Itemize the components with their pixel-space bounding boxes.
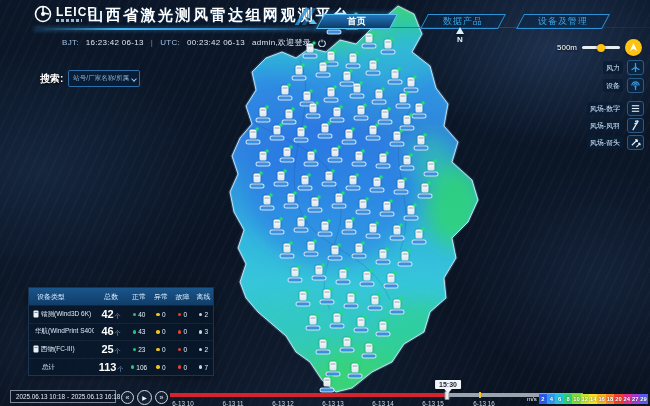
device-layer-button[interactable] xyxy=(627,78,644,93)
station-marker[interactable] xyxy=(368,296,383,311)
station-marker[interactable] xyxy=(318,222,333,237)
wind-layer-button[interactable] xyxy=(627,60,644,75)
station-marker[interactable] xyxy=(274,172,289,187)
station-marker[interactable] xyxy=(354,106,369,121)
station-marker[interactable] xyxy=(384,274,399,289)
station-marker[interactable] xyxy=(400,156,415,171)
barbs-mode-button[interactable] xyxy=(627,118,644,133)
station-marker[interactable] xyxy=(404,206,419,221)
station-marker[interactable] xyxy=(390,300,405,315)
station-marker[interactable] xyxy=(350,84,365,99)
station-marker[interactable] xyxy=(354,318,369,333)
station-marker[interactable] xyxy=(278,86,293,101)
station-marker[interactable] xyxy=(288,268,303,283)
search-input[interactable]: 站号/厂家名称/所属市县 xyxy=(68,70,140,87)
station-marker[interactable] xyxy=(396,94,411,109)
station-marker[interactable] xyxy=(376,154,391,169)
station-marker[interactable] xyxy=(256,108,271,123)
station-marker[interactable] xyxy=(312,266,327,281)
station-marker[interactable] xyxy=(260,196,275,211)
station-marker[interactable] xyxy=(390,226,405,241)
station-marker[interactable] xyxy=(398,252,413,267)
station-marker[interactable] xyxy=(318,124,333,139)
station-marker[interactable] xyxy=(304,152,319,167)
station-marker[interactable] xyxy=(348,364,363,379)
table-row[interactable]: 西物(FC-III) 25个 23 0 0 2 xyxy=(29,340,213,358)
station-marker[interactable] xyxy=(414,136,429,151)
numbers-mode-button[interactable] xyxy=(627,101,644,116)
station-marker[interactable] xyxy=(412,230,427,245)
station-marker[interactable] xyxy=(246,130,261,145)
station-marker[interactable] xyxy=(352,152,367,167)
station-marker[interactable] xyxy=(320,290,335,305)
station-marker[interactable] xyxy=(362,344,377,359)
table-row[interactable]: 华航(WindPrint S4000) 46个 43 0 0 3 xyxy=(29,323,213,341)
station-marker[interactable] xyxy=(346,54,361,69)
station-marker[interactable] xyxy=(342,220,357,235)
station-marker[interactable] xyxy=(424,162,439,177)
station-marker[interactable] xyxy=(328,148,343,163)
station-marker[interactable] xyxy=(366,126,381,141)
station-marker[interactable] xyxy=(296,292,311,307)
locate-button[interactable] xyxy=(625,39,642,56)
station-marker[interactable] xyxy=(352,244,367,259)
station-marker[interactable] xyxy=(294,218,309,233)
station-marker[interactable] xyxy=(360,272,375,287)
forward-button[interactable]: » xyxy=(155,391,168,404)
station-marker[interactable] xyxy=(418,184,433,199)
range-slider[interactable] xyxy=(582,46,620,49)
station-marker[interactable] xyxy=(344,294,359,309)
station-marker[interactable] xyxy=(372,90,387,105)
station-marker[interactable] xyxy=(292,66,307,81)
station-marker[interactable] xyxy=(336,270,351,285)
range-slider-thumb[interactable] xyxy=(597,44,605,52)
station-marker[interactable] xyxy=(306,316,321,331)
station-marker[interactable] xyxy=(388,70,403,85)
station-marker[interactable] xyxy=(394,180,409,195)
station-marker[interactable] xyxy=(356,200,371,215)
station-marker[interactable] xyxy=(282,110,297,125)
station-marker[interactable] xyxy=(324,88,339,103)
station-marker[interactable] xyxy=(376,250,391,265)
station-marker[interactable] xyxy=(280,244,295,259)
station-marker[interactable] xyxy=(250,174,265,189)
time-range-picker[interactable]: 2025.06.13 10:18 - 2025.06.13 16:18 xyxy=(10,390,116,403)
station-marker[interactable] xyxy=(294,128,309,143)
station-marker[interactable] xyxy=(346,176,361,191)
station-marker[interactable] xyxy=(404,78,419,93)
station-marker[interactable] xyxy=(340,338,355,353)
station-marker[interactable] xyxy=(316,340,331,355)
station-marker[interactable] xyxy=(284,194,299,209)
table-row[interactable]: 镭测(Wind3D 6K) 42个 40 0 0 2 xyxy=(29,305,213,323)
station-marker[interactable] xyxy=(376,322,391,337)
station-marker[interactable] xyxy=(280,148,295,163)
station-marker[interactable] xyxy=(326,362,341,377)
station-marker[interactable] xyxy=(328,246,343,261)
timeline-track[interactable]: 6-13 10 6-13 11 6-13 12 6-13 13 6-13 14 … xyxy=(170,393,583,397)
station-marker[interactable] xyxy=(330,314,345,329)
station-marker[interactable] xyxy=(298,176,313,191)
tab-home[interactable]: 首页 xyxy=(316,14,398,29)
station-marker[interactable] xyxy=(308,198,323,213)
station-marker[interactable] xyxy=(380,202,395,217)
station-marker[interactable] xyxy=(378,110,393,125)
station-marker[interactable] xyxy=(316,63,331,78)
station-marker[interactable] xyxy=(332,194,347,209)
station-marker[interactable] xyxy=(390,132,405,147)
arrows-mode-button[interactable] xyxy=(627,135,644,150)
station-marker[interactable] xyxy=(256,152,271,167)
station-marker[interactable] xyxy=(270,220,285,235)
station-marker[interactable] xyxy=(270,126,285,141)
tab-device-management[interactable]: 设备及管理 xyxy=(516,14,610,29)
station-marker[interactable] xyxy=(304,242,319,257)
station-marker[interactable] xyxy=(370,178,385,193)
rewind-button[interactable]: « xyxy=(121,391,134,404)
station-marker[interactable] xyxy=(366,224,381,239)
play-button[interactable]: ▶ xyxy=(137,390,152,405)
station-marker[interactable] xyxy=(400,116,415,131)
station-marker[interactable] xyxy=(342,130,357,145)
station-marker[interactable] xyxy=(330,108,345,123)
logout-power-icon[interactable] xyxy=(318,39,326,47)
station-marker[interactable] xyxy=(322,172,337,187)
station-marker[interactable] xyxy=(306,104,321,119)
